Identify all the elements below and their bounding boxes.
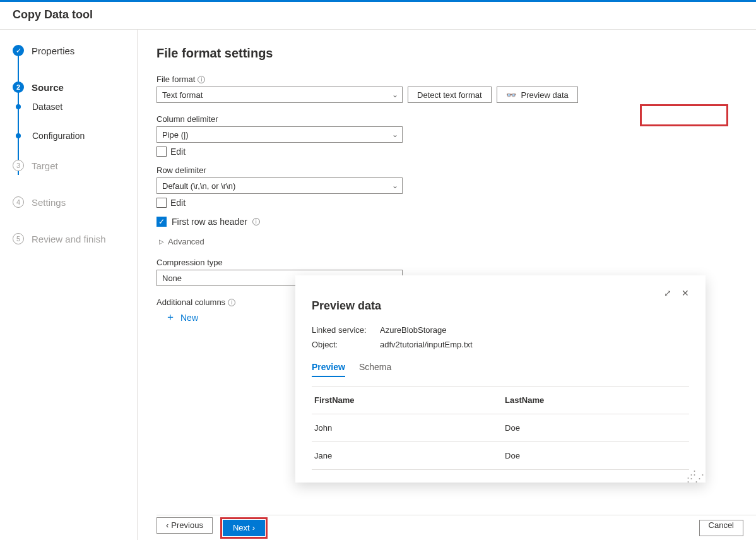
page-title: Copy Data tool (0, 2, 756, 30)
wizard-sidebar: ✓ Properties 2 Source Dataset Configurat… (0, 30, 138, 540)
row-delimiter-select[interactable]: Default (\r,\n, or \r\n) ⌄ (157, 177, 403, 194)
step-number-icon: 5 (13, 233, 24, 244)
button-label: Detect text format (417, 90, 482, 100)
step-number-icon: 3 (13, 160, 24, 171)
column-delimiter-label: Column delimiter (157, 114, 737, 124)
close-icon[interactable]: ✕ (682, 288, 689, 298)
section-heading: File format settings (157, 46, 737, 61)
dot-icon (16, 104, 21, 109)
chevron-down-icon: ⌄ (392, 181, 398, 190)
first-row-header-checkbox[interactable]: ✓ (157, 217, 167, 227)
table-cell: Doe (502, 442, 689, 470)
button-label: Next (233, 523, 250, 532)
info-icon[interactable]: i (198, 76, 205, 83)
highlight-next: Next › (220, 517, 268, 539)
glasses-icon: 👓 (506, 90, 516, 100)
step-number-icon: 4 (13, 196, 24, 208)
info-icon[interactable]: i (252, 218, 260, 225)
panel-title: Preview data (312, 299, 689, 313)
linked-service-value: AzureBlobStorage (380, 325, 447, 335)
plus-icon: ＋ (165, 311, 175, 324)
next-button[interactable]: Next › (223, 520, 265, 536)
resize-grip-icon[interactable]: ⋰⋰⋰ (687, 472, 703, 480)
preview-data-panel: ⤢ ✕ Preview data Linked service: AzureBl… (295, 275, 706, 483)
tab-schema[interactable]: Schema (359, 362, 391, 377)
step-label: Review and finish (32, 234, 106, 244)
step-label: Properties (32, 45, 74, 56)
step-review[interactable]: 5 Review and finish (13, 233, 137, 244)
table-cell: Doe (502, 414, 689, 442)
step-settings[interactable]: 4 Settings (13, 196, 137, 208)
wizard-footer: ‹ Previous Next › Cancel (157, 515, 756, 540)
info-icon[interactable]: i (228, 299, 235, 306)
select-value: Default (\r,\n, or \r\n) (162, 181, 235, 191)
select-value: None (162, 273, 182, 283)
table-row: Jane Doe (312, 442, 689, 470)
compression-type-label: Compression type (157, 258, 737, 267)
step-properties[interactable]: ✓ Properties (13, 45, 137, 56)
table-row: John Doe (312, 414, 689, 442)
checkbox-label: Edit (170, 198, 186, 208)
edit-row-delimiter-checkbox[interactable] (157, 198, 167, 208)
substep-configuration[interactable]: Configuration (18, 131, 137, 141)
chevron-right-icon: › (252, 523, 255, 532)
label-text: Additional columns (157, 297, 225, 307)
toggle-label: Advanced (168, 237, 204, 246)
check-icon: ✓ (13, 45, 24, 56)
column-delimiter-select[interactable]: Pipe (|) ⌄ (157, 126, 403, 143)
step-number-icon: 2 (13, 81, 24, 93)
linked-service-label: Linked service: (312, 325, 380, 335)
table-header: FirstName (312, 387, 502, 414)
row-delimiter-label: Row delimiter (157, 165, 737, 175)
detect-text-format-button[interactable]: Detect text format (408, 87, 492, 103)
chevron-left-icon: ‹ (166, 520, 168, 530)
select-value: Pipe (|) (162, 130, 189, 140)
checkbox-label: First row as header (172, 217, 247, 227)
substep-label: Dataset (32, 102, 62, 112)
step-source[interactable]: 2 Source (13, 81, 137, 93)
edit-column-delimiter-checkbox[interactable] (157, 147, 167, 157)
preview-data-button[interactable]: 👓 Preview data (497, 87, 578, 103)
advanced-toggle[interactable]: ▷ Advanced (157, 237, 737, 246)
expand-icon[interactable]: ⤢ (664, 288, 671, 298)
table-header: LastName (502, 387, 689, 414)
select-value: Text format (162, 90, 203, 100)
button-label: Cancel (709, 520, 734, 530)
substep-dataset[interactable]: Dataset (18, 102, 137, 112)
checkbox-label: Edit (170, 147, 186, 157)
preview-table: FirstName LastName John Doe Jane Doe (312, 386, 689, 470)
button-label: New (180, 313, 198, 323)
object-label: Object: (312, 340, 380, 349)
button-label: Preview data (521, 90, 569, 100)
button-label: Previous (171, 520, 203, 530)
step-label: Source (32, 82, 64, 93)
previous-button[interactable]: ‹ Previous (157, 517, 213, 534)
triangle-right-icon: ▷ (159, 238, 164, 245)
step-connector-line (18, 55, 19, 175)
step-label: Settings (32, 197, 66, 208)
table-cell: Jane (312, 442, 502, 470)
tab-preview[interactable]: Preview (312, 362, 345, 377)
step-label: Target (32, 160, 58, 171)
file-format-select[interactable]: Text format ⌄ (157, 87, 403, 103)
cancel-button[interactable]: Cancel (699, 520, 743, 536)
chevron-down-icon: ⌄ (392, 130, 398, 139)
step-target[interactable]: 3 Target (13, 160, 137, 171)
object-value: adfv2tutorial/inputEmp.txt (380, 340, 473, 349)
chevron-down-icon: ⌄ (392, 90, 398, 99)
dot-icon (16, 133, 21, 138)
table-cell: John (312, 414, 502, 442)
label-text: File format (157, 75, 195, 84)
file-format-label: File format i (157, 75, 737, 84)
substep-label: Configuration (32, 131, 85, 141)
